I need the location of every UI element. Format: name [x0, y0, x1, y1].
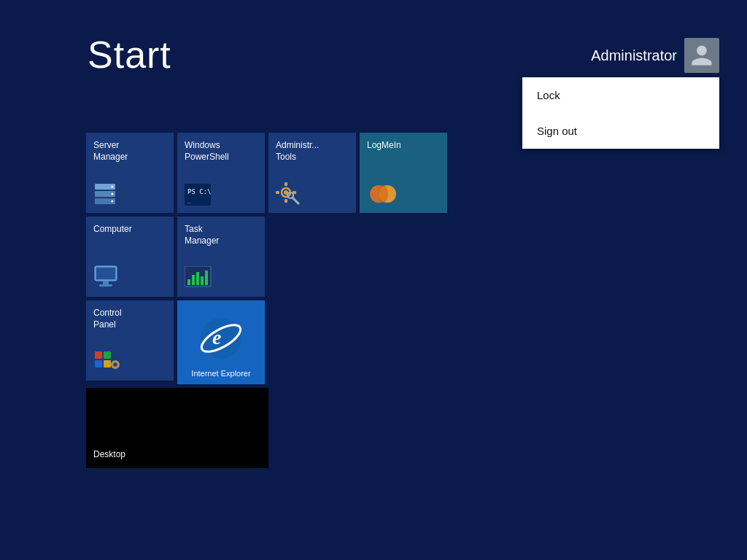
tile-computer[interactable]: Computer: [86, 217, 174, 297]
computer-icon: [93, 257, 166, 289]
ie-icon: e: [182, 311, 260, 367]
user-name: Administrator: [591, 47, 677, 64]
tile-control-panel-label: ControlPanel: [93, 308, 166, 330]
svg-point-36: [114, 363, 117, 367]
admin-tools-icon-svg: [276, 182, 303, 206]
svg-rect-24: [99, 284, 112, 287]
tile-server-manager[interactable]: ServerManager: [86, 133, 174, 213]
tile-admin-tools-label: Administr...Tools: [276, 140, 349, 163]
admin-tools-icon: [276, 174, 349, 206]
task-manager-icon: [185, 257, 258, 289]
svg-rect-31: [95, 351, 102, 359]
powershell-icon: PS C:\> _: [185, 174, 258, 206]
tiles-grid: ServerManager WindowsPowerShell: [86, 133, 447, 468]
svg-rect-34: [104, 360, 111, 368]
server-manager-icon: [93, 174, 166, 206]
ie-icon-svg: e: [198, 316, 244, 360]
svg-rect-12: [285, 199, 287, 203]
svg-rect-23: [103, 281, 109, 284]
svg-point-5: [112, 201, 114, 203]
logmein-icon-svg: [367, 178, 399, 206]
task-manager-icon-svg: [185, 266, 212, 289]
user-icon: [689, 43, 714, 68]
tile-logmein[interactable]: LogMeIn: [360, 133, 447, 213]
control-panel-icon: [93, 341, 166, 373]
tile-row-3: ControlPanel: [86, 300, 447, 384]
tile-ie-label: Internet Explorer: [182, 368, 260, 378]
tile-administrative-tools[interactable]: Administr...Tools: [268, 133, 356, 213]
tile-row-1: ServerManager WindowsPowerShell: [86, 133, 447, 213]
computer-icon-svg: [93, 265, 123, 289]
logmein-icon: [367, 174, 440, 206]
svg-rect-29: [201, 276, 204, 285]
control-panel-icon-svg: [93, 350, 123, 373]
tile-task-manager[interactable]: TaskManager: [177, 217, 265, 297]
tile-server-manager-label: ServerManager: [93, 140, 166, 163]
avatar[interactable]: [684, 38, 719, 73]
tile-desktop[interactable]: Desktop: [86, 388, 268, 468]
svg-text:PS C:\>: PS C:\>: [187, 188, 211, 195]
tile-internet-explorer[interactable]: e Internet Explorer: [177, 300, 265, 384]
user-dropdown-menu: Lock Sign out: [522, 77, 719, 149]
tile-task-manager-label: TaskManager: [185, 224, 258, 246]
svg-rect-13: [276, 191, 279, 194]
server-manager-icon-svg: [93, 182, 121, 206]
svg-rect-11: [285, 182, 287, 186]
tile-control-panel[interactable]: ControlPanel: [86, 300, 174, 381]
svg-point-3: [112, 186, 114, 188]
powershell-icon-svg: PS C:\> _: [185, 184, 211, 206]
svg-rect-30: [205, 271, 208, 285]
user-area[interactable]: Administrator: [591, 38, 719, 73]
svg-rect-32: [104, 351, 111, 359]
svg-point-19: [378, 185, 388, 203]
svg-text:_: _: [187, 197, 191, 203]
lock-menu-item[interactable]: Lock: [522, 77, 719, 113]
tile-desktop-label: Desktop: [93, 449, 125, 461]
tile-row-2: Computer TaskManager: [86, 217, 447, 297]
sign-out-menu-item[interactable]: Sign out: [522, 113, 719, 149]
tile-logmein-label: LogMeIn: [367, 140, 440, 152]
tile-powershell-label: WindowsPowerShell: [185, 140, 258, 163]
svg-rect-27: [192, 275, 195, 285]
svg-point-4: [112, 193, 114, 195]
page-title: Start: [88, 33, 171, 77]
tile-row-4: Desktop: [86, 388, 447, 468]
svg-rect-22: [96, 268, 115, 279]
svg-rect-26: [187, 279, 190, 285]
svg-text:e: e: [212, 326, 221, 349]
svg-rect-28: [196, 272, 199, 285]
tile-computer-label: Computer: [93, 224, 166, 236]
svg-rect-33: [95, 360, 102, 368]
tile-windows-powershell[interactable]: WindowsPowerShell PS C:\> _: [177, 133, 265, 213]
